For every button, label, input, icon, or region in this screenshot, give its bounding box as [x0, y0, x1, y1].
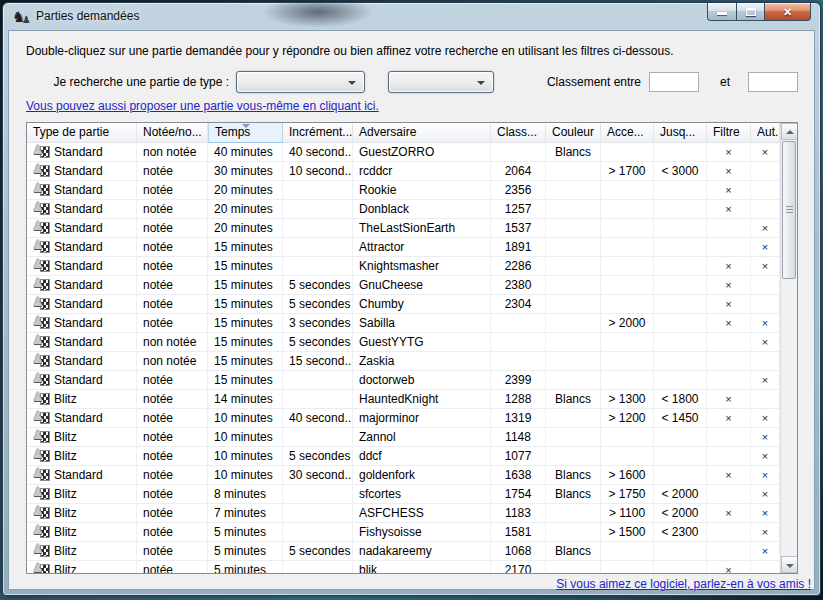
scroll-up-button[interactable] [781, 123, 798, 140]
column-header-3[interactable]: Incrément... [283, 123, 353, 143]
cell-6: Blancs [546, 143, 601, 162]
rating-min-input[interactable] [649, 72, 699, 92]
table-row[interactable]: ♟Standardnotée15 minutes5 secondesGnuChe… [27, 276, 780, 295]
column-header-9[interactable]: Filtre [707, 123, 751, 143]
instructions-text: Double-cliquez sur une partie demandée p… [26, 44, 673, 58]
pawn-board-icon: ♟ [33, 373, 50, 387]
column-header-5[interactable]: Class... [491, 123, 546, 143]
cell-1: notée [137, 561, 208, 573]
table-row[interactable]: ♟Standardnotée15 minutes3 secondesSabill… [27, 314, 780, 333]
table-row[interactable]: ♟Blitznotée14 minutesHauntedKnight1288Bl… [27, 390, 780, 409]
cell-6 [546, 162, 601, 181]
column-header-10[interactable]: Aut... [751, 123, 780, 143]
cell-6: Blancs [546, 390, 601, 409]
column-header-0[interactable]: Type de partie [27, 123, 137, 143]
column-header-1[interactable]: Notée/no... [137, 123, 208, 143]
cell-7 [601, 219, 654, 238]
cell-8 [654, 238, 707, 257]
cell-5 [491, 143, 546, 162]
maximize-button[interactable] [736, 3, 764, 21]
table-row[interactable]: ♟Standardnotée20 minutesTheLastSionEarth… [27, 219, 780, 238]
pawn-board-icon: ♟ [33, 221, 50, 235]
cell-9 [707, 333, 751, 352]
minimize-button[interactable] [707, 3, 736, 21]
column-header-label: Type de partie [33, 125, 109, 139]
cell-6 [546, 295, 601, 314]
vertical-scrollbar[interactable] [780, 123, 797, 573]
cell-10: × [751, 428, 780, 447]
game-type-select[interactable] [236, 71, 365, 93]
cell-10 [751, 276, 780, 295]
game-type-text: Standard [54, 162, 103, 180]
cell-7 [601, 181, 654, 200]
cell-2: 15 minutes [208, 371, 283, 390]
game-subtype-select[interactable] [388, 71, 494, 93]
cell-2: 20 minutes [208, 200, 283, 219]
cell-7 [601, 276, 654, 295]
pawn-board-icon: ♟ [33, 411, 50, 425]
share-with-friends-link[interactable]: Si vous aimez ce logiciel, parlez-en à v… [556, 577, 811, 591]
rating-range-label: Classement entre [529, 71, 641, 93]
table-row[interactable]: ♟Blitznotée8 minutessfcortes1754Blancs> … [27, 485, 780, 504]
cell-5: 1754 [491, 485, 546, 504]
cell-2: 15 minutes [208, 238, 283, 257]
table-row[interactable]: ♟Standardnon notée15 minutes5 secondesGu… [27, 333, 780, 352]
table-row[interactable]: ♟Blitznotée7 minutesASFCHESS1183> 1100< … [27, 504, 780, 523]
table-row[interactable]: ♟Standardnotée15 minutesAttractor1891× [27, 238, 780, 257]
cell-3 [283, 200, 353, 219]
table-row[interactable]: ♟Standardnon notée15 minutes15 second...… [27, 352, 780, 371]
table-row[interactable]: ♟Blitznotée5 minutes5 secondesnadakareem… [27, 542, 780, 561]
table-row[interactable]: ♟Blitznotée10 minutes5 secondesddcf1077× [27, 447, 780, 466]
cell-0: ♟Standard [27, 409, 137, 428]
table-row[interactable]: ♟Blitznotée5 minutesFishysoisse1581> 150… [27, 523, 780, 542]
dropdown-arrow-icon [348, 81, 356, 85]
dialog-client-area: Double-cliquez sur une partie demandée p… [8, 30, 815, 590]
table-row[interactable]: ♟Standardnotée10 minutes30 second...gold… [27, 466, 780, 485]
table-row[interactable]: ♟Standardnon notée40 minutes40 second...… [27, 143, 780, 162]
table-row[interactable]: ♟Standardnotée20 minutesDonblack1257× [27, 200, 780, 219]
cell-8: < 2300 [654, 523, 707, 542]
cell-1: notée [137, 219, 208, 238]
column-header-2[interactable]: Temps [208, 123, 283, 143]
pawn-board-icon: ♟ [33, 563, 50, 573]
column-header-8[interactable]: Jusq... [654, 123, 707, 143]
cell-0: ♟Standard [27, 162, 137, 181]
rating-max-input[interactable] [748, 72, 798, 92]
column-header-4[interactable]: Adversaire [353, 123, 491, 143]
cell-2: 5 minutes [208, 523, 283, 542]
table-row[interactable]: ♟Standardnotée15 minutesdoctorweb2399× [27, 371, 780, 390]
table-row[interactable]: ♟Standardnotée10 minutes40 second...majo… [27, 409, 780, 428]
triangle-down-icon [786, 564, 794, 568]
cell-10: × [751, 409, 780, 428]
game-type-text: Standard [54, 333, 103, 351]
cell-0: ♟Blitz [27, 390, 137, 409]
table-row[interactable]: ♟Standardnotée30 minutes10 second...rcdd… [27, 162, 780, 181]
cell-1: notée [137, 542, 208, 561]
cell-7 [601, 238, 654, 257]
table-row[interactable]: ♟Blitznotée10 minutesZannol1148× [27, 428, 780, 447]
triangle-up-icon [786, 130, 794, 134]
cell-7 [601, 257, 654, 276]
cell-1: notée [137, 238, 208, 257]
column-header-label: Couleur [552, 125, 594, 139]
cell-5: 1581 [491, 523, 546, 542]
table-row[interactable]: ♟Blitznotée5 minutesblik2170× [27, 561, 780, 573]
column-header-7[interactable]: Acce... [601, 123, 654, 143]
title-bar[interactable]: ♞ ♟ Parties demandées ✕ [3, 3, 820, 30]
table-row[interactable]: ♟Standardnotée15 minutes5 secondesChumby… [27, 295, 780, 314]
cell-5: 1257 [491, 200, 546, 219]
scroll-down-button[interactable] [781, 556, 798, 573]
scrollbar-thumb[interactable] [782, 141, 796, 279]
close-button[interactable]: ✕ [764, 3, 811, 21]
propose-game-link[interactable]: Vous pouvez aussi proposer une partie vo… [26, 99, 379, 113]
cell-0: ♟Blitz [27, 447, 137, 466]
column-header-label: Aut... [757, 125, 780, 139]
cell-2: 10 minutes [208, 466, 283, 485]
column-header-label: Notée/no... [143, 125, 202, 139]
table-row[interactable]: ♟Standardnotée20 minutesRookie2356× [27, 181, 780, 200]
table-row[interactable]: ♟Standardnotée15 minutesKnightsmasher228… [27, 257, 780, 276]
cell-1: notée [137, 428, 208, 447]
column-header-6[interactable]: Couleur [546, 123, 601, 143]
game-type-label: Je recherche une partie de type : [9, 71, 229, 93]
cell-5: 1077 [491, 447, 546, 466]
